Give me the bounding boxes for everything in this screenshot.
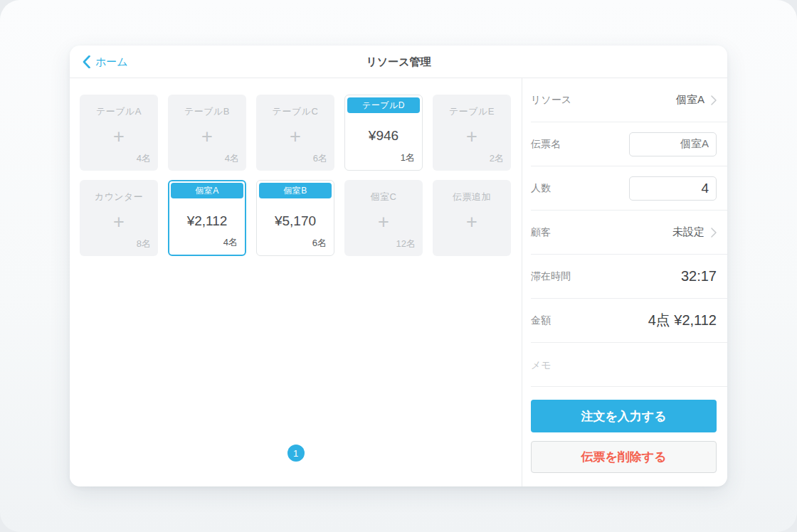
guest-count-row: 人数 (531, 166, 727, 211)
resource-value-wrap: 個室A (676, 93, 717, 107)
card-title-badge: 個室B (259, 183, 332, 198)
card-capacity: 1名 (401, 151, 415, 164)
customer-row[interactable]: 顧客未設定 (531, 211, 727, 255)
resource-label: リソース (531, 94, 571, 107)
plus-icon: + (113, 127, 125, 147)
resource-area: テーブルA+4名テーブルB+4名テーブルC+6名テーブルD¥9461名テーブルE… (70, 78, 522, 486)
card-capacity: 6名 (312, 237, 327, 250)
card-title-badge: テーブルD (347, 97, 420, 113)
card-title: 伝票追加 (453, 191, 491, 203)
card-capacity: 6名 (313, 152, 327, 165)
plus-icon: + (113, 213, 125, 232)
resource-card-table-d[interactable]: テーブルD¥9461名 (344, 95, 423, 171)
card-title: カウンター (95, 191, 144, 203)
enter-order-button[interactable]: 注文を入力する (531, 400, 717, 432)
resource-card-add-slip[interactable]: 伝票追加+ (433, 180, 511, 256)
plus-icon: + (201, 127, 213, 147)
resource-card-table-e[interactable]: テーブルE+2名 (433, 95, 511, 171)
slip-name-row: 伝票名 (531, 122, 727, 166)
card-title: 個室C (371, 191, 397, 203)
resource-grid: テーブルA+4名テーブルB+4名テーブルC+6名テーブルD¥9461名テーブルE… (70, 78, 522, 256)
resource-card-room-b[interactable]: 個室B¥5,1706名 (256, 180, 334, 256)
page-title: リソース管理 (70, 46, 727, 78)
plus-icon: + (466, 127, 477, 147)
card-capacity: 4名 (225, 152, 239, 165)
content: テーブルA+4名テーブルB+4名テーブルC+6名テーブルD¥9461名テーブルE… (70, 78, 727, 486)
card-capacity: 2名 (490, 152, 504, 165)
delete-slip-button[interactable]: 伝票を削除する (531, 441, 717, 473)
amount-row: 金額4点 ¥2,112 (531, 299, 727, 343)
pagination-dot[interactable]: 1 (287, 445, 305, 462)
card-amount: ¥5,170 (259, 213, 332, 229)
app-screen: ホーム リソース管理 テーブルA+4名テーブルB+4名テーブルC+6名テーブルD… (0, 0, 797, 532)
resource-value: 個室A (676, 93, 704, 107)
customer-value-wrap: 未設定 (672, 225, 717, 239)
resource-card-counter[interactable]: カウンター+8名 (80, 180, 158, 256)
chevron-right-icon (711, 228, 717, 238)
guest-count-input[interactable] (629, 176, 717, 201)
resource-card-table-a[interactable]: テーブルA+4名 (80, 95, 158, 171)
card-title: テーブルA (96, 105, 142, 118)
card-amount: ¥946 (347, 128, 420, 144)
plus-icon: + (466, 213, 477, 232)
amount-label: 金額 (531, 314, 551, 327)
customer-value: 未設定 (672, 225, 704, 239)
amount-value: 4点 ¥2,112 (648, 311, 717, 330)
stay-time-value: 32:17 (681, 268, 717, 284)
card-title: テーブルB (184, 105, 230, 118)
card-title: テーブルE (449, 105, 495, 118)
memo-input[interactable] (531, 359, 717, 371)
detail-actions: 注文を入力する 伝票を削除する (522, 387, 727, 473)
resource-row[interactable]: リソース個室A (531, 78, 727, 122)
card-capacity: 4名 (223, 236, 238, 249)
stay-time-row: 滞在時間32:17 (531, 255, 727, 299)
guest-count-label: 人数 (531, 182, 551, 195)
chevron-right-icon (711, 95, 717, 105)
card-capacity: 8名 (137, 238, 151, 250)
detail-rows: リソース個室A伝票名人数顧客未設定滞在時間32:17金額4点 ¥2,112 (522, 78, 727, 387)
detail-panel: リソース個室A伝票名人数顧客未設定滞在時間32:17金額4点 ¥2,112 注文… (522, 78, 727, 486)
plus-icon: + (290, 127, 301, 147)
plus-icon: + (378, 213, 389, 232)
memo-row (531, 343, 727, 387)
resource-card-room-a[interactable]: 個室A¥2,1124名 (168, 180, 246, 256)
resource-card-table-c[interactable]: テーブルC+6名 (256, 95, 334, 171)
card-capacity: 12名 (396, 238, 416, 250)
resource-card-room-c[interactable]: 個室C+12名 (344, 180, 423, 256)
customer-label: 顧客 (531, 226, 551, 239)
card-title-badge: 個室A (171, 183, 243, 198)
card-title: テーブルC (273, 105, 319, 118)
slip-name-input[interactable] (629, 132, 717, 156)
resource-management-window: ホーム リソース管理 テーブルA+4名テーブルB+4名テーブルC+6名テーブルD… (70, 46, 727, 486)
slip-name-label: 伝票名 (531, 138, 561, 151)
card-capacity: 4名 (137, 152, 151, 165)
card-amount: ¥2,112 (171, 213, 243, 229)
titlebar: ホーム リソース管理 (70, 46, 727, 78)
resource-card-table-b[interactable]: テーブルB+4名 (168, 95, 246, 171)
stay-time-label: 滞在時間 (531, 270, 571, 283)
